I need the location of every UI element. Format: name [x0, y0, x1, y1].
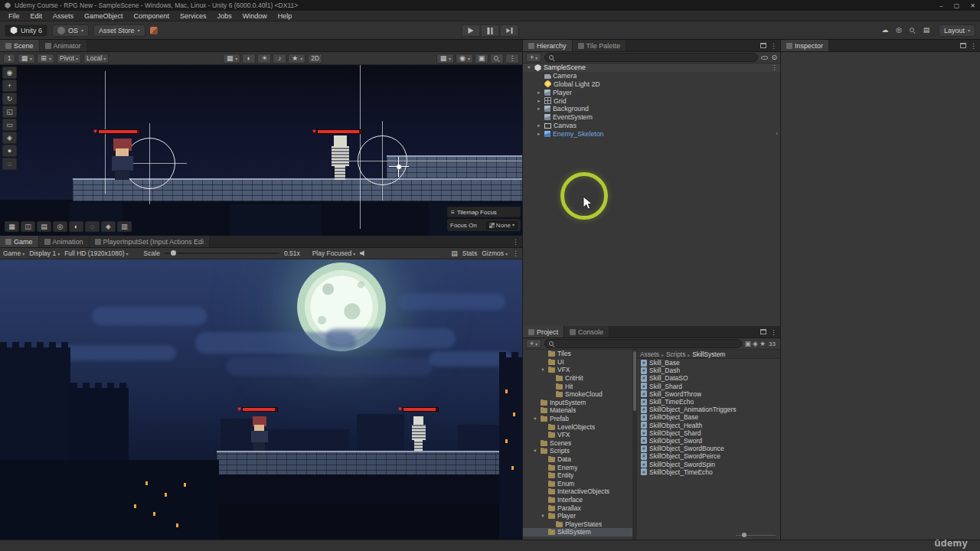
overlay-more[interactable]: ▥ [117, 221, 132, 232]
snap-size-button[interactable]: 1 [3, 54, 15, 64]
expand-arrow[interactable]: ▾ [532, 448, 538, 454]
layout-dropdown[interactable]: Layout [939, 24, 975, 37]
scene-options-icon[interactable] [771, 64, 778, 71]
custom-tool[interactable]: ● [2, 145, 17, 157]
expand-arrow[interactable]: ▾ [526, 64, 532, 70]
breadcrumb-item-skillsystem[interactable]: SkillSystem [692, 350, 725, 358]
folder-item-prefab[interactable]: ▾ Prefab [523, 415, 632, 423]
scene-visibility-icon[interactable] [761, 56, 768, 60]
move-gizmo-center[interactable] [397, 165, 401, 169]
game-viewport[interactable] [0, 259, 522, 540]
folder-item-enum[interactable]: Enum [523, 480, 632, 488]
hierarchy-item-global-light-2d[interactable]: Global Light 2D [523, 80, 780, 89]
folder-item-scenes[interactable]: Scenes [523, 439, 632, 448]
favorite-filter-icon[interactable]: ★ [760, 341, 766, 347]
menu-item[interactable]: Component [129, 12, 175, 20]
file-item-skillobject-shard[interactable]: SkillObject_Shard [637, 429, 780, 437]
2d-toggle-button[interactable]: 2D [308, 54, 322, 64]
expand-arrow[interactable]: ▾ [540, 367, 546, 373]
pivot-dropdown[interactable]: Pivot [57, 54, 81, 64]
maximize-button[interactable]: ▢ [954, 2, 960, 9]
hierarchy-scene-root[interactable]: ▾ SampleScene [523, 64, 780, 72]
tab-inspector[interactable]: Inspector [781, 40, 829, 51]
step-button[interactable] [500, 24, 519, 37]
view-tool[interactable]: ◉ [2, 67, 17, 79]
create-asset-button[interactable]: + [526, 339, 541, 348]
overlay-light[interactable]: ◐ [69, 221, 83, 232]
file-item-skillobject-health[interactable]: SkillObject_Health [637, 422, 780, 429]
expand-arrow[interactable]: ▸ [536, 106, 542, 112]
hierarchy-item-enemy-skeleton[interactable]: ▸ Enemy_Skeleton › [523, 129, 780, 138]
file-item-skillobject-base[interactable]: SkillObject_Base [637, 413, 780, 421]
gizmos-dropdown[interactable]: Gizmos [482, 249, 508, 257]
close-button[interactable]: ✕ [970, 2, 975, 9]
layers-icon[interactable]: ▤ [920, 24, 933, 37]
search-icon[interactable] [906, 24, 919, 37]
zoom-slider-thumb[interactable] [742, 533, 746, 537]
asset-store-dropdown[interactable]: Asset Store [93, 24, 145, 37]
drag-handle-icon[interactable]: ≡ [451, 209, 455, 216]
hierarchy-item-grid[interactable]: ▸ Grid [523, 96, 780, 105]
asset-zoom-slider[interactable] [736, 533, 776, 538]
scale-slider[interactable] [165, 253, 279, 254]
hierarchy-item-background[interactable]: ▸ Background [523, 105, 780, 113]
menu-item[interactable]: GameObject [79, 12, 129, 20]
folder-item-data[interactable]: Data [523, 455, 632, 464]
tab-hierarchy[interactable]: Hierarchy [523, 40, 573, 51]
overlay-camera[interactable]: ◈ [101, 221, 116, 232]
overlay-grid[interactable]: ▦ [5, 221, 19, 232]
display-dropdown[interactable]: Display 1 [29, 249, 60, 257]
player-sprite[interactable] [112, 139, 133, 180]
minimize-button[interactable]: – [939, 2, 942, 9]
lighting-toggle-icon[interactable]: ☀ [257, 54, 271, 64]
dock-icon[interactable] [760, 329, 766, 334]
move-tool[interactable]: + [2, 80, 17, 92]
breadcrumb-item-assets[interactable]: Assets [640, 350, 664, 358]
camera-settings-icon[interactable]: ▣ [475, 54, 488, 64]
hierarchy-item-eventsystem[interactable]: EventSystem [523, 113, 780, 122]
project-search[interactable] [544, 339, 741, 348]
expand-arrow[interactable]: ▸ [536, 131, 542, 137]
menu-item[interactable]: Window [237, 12, 273, 20]
version-control-icon[interactable] [150, 27, 158, 34]
game-view-dropdown[interactable]: Game [3, 249, 24, 257]
picker-icon[interactable]: ⊙ [771, 54, 777, 61]
folder-item-hit[interactable]: Hit [523, 382, 632, 390]
unity-version-badge[interactable]: Unity 6 [5, 24, 47, 37]
file-item-skill-swordthrow[interactable]: Skill_SwordThrow [637, 390, 780, 398]
search-icon[interactable] [490, 54, 504, 64]
file-item-skillobject-animationtriggers[interactable]: SkillObject_AnimationTriggers [637, 406, 780, 413]
scale-tool[interactable]: ◱ [2, 106, 17, 118]
audio-toggle-icon[interactable]: ♪ [273, 54, 286, 64]
folder-item-parallax[interactable]: Parallax [523, 504, 632, 512]
move-snap-icon[interactable]: ⊞ [37, 54, 54, 64]
account-dropdown[interactable]: OS [52, 24, 89, 37]
file-item-skillobject-timeecho[interactable]: SkillObject_TimeEcho [637, 468, 780, 476]
effects-toggle-icon[interactable]: ★ [288, 54, 305, 64]
panel-menu-icon[interactable] [770, 328, 777, 336]
file-item-skill-timeecho[interactable]: Skill_TimeEcho [637, 398, 780, 406]
tab-game[interactable]: Game [0, 236, 39, 247]
folder-item-vfx[interactable]: VFX [523, 431, 632, 439]
overflow-menu-icon[interactable]: ⋮ [505, 54, 519, 64]
folder-item-crithit[interactable]: CritHit [523, 374, 632, 383]
folder-item-skillsystem[interactable]: SkillSystem [523, 528, 632, 536]
overlay-move[interactable]: ◫ [21, 221, 35, 232]
create-object-button[interactable]: + [526, 53, 541, 62]
mute-audio-icon[interactable] [360, 250, 367, 257]
folder-item-scripts[interactable]: ▾ Scripts [523, 447, 632, 455]
panel-menu-icon[interactable] [512, 249, 519, 257]
menu-item[interactable]: Edit [25, 12, 48, 20]
menu-item[interactable]: Jobs [212, 12, 237, 20]
hierarchy-item-canvas[interactable]: ▸ Canvas [523, 122, 780, 130]
transform-tool[interactable]: ◈ [2, 132, 17, 144]
panel-menu-icon[interactable] [512, 238, 519, 246]
scene-viewport[interactable]: ◉+↻◱▭◈●◌ ▦◫▤◎◐◌◈▥ ≡ Tilemap Focus Focus … [0, 65, 522, 236]
folder-item-player[interactable]: ▾ Player [523, 512, 632, 520]
expand-arrow[interactable]: ▾ [532, 416, 538, 422]
label-filter-icon[interactable]: ◈ [753, 341, 758, 347]
file-item-skill-base[interactable]: Skill_Base [637, 359, 780, 367]
play-focused-dropdown[interactable]: Play Focused [312, 249, 356, 257]
folder-item-ui[interactable]: UI [523, 358, 632, 367]
more-tools[interactable]: ◌ [2, 158, 17, 170]
